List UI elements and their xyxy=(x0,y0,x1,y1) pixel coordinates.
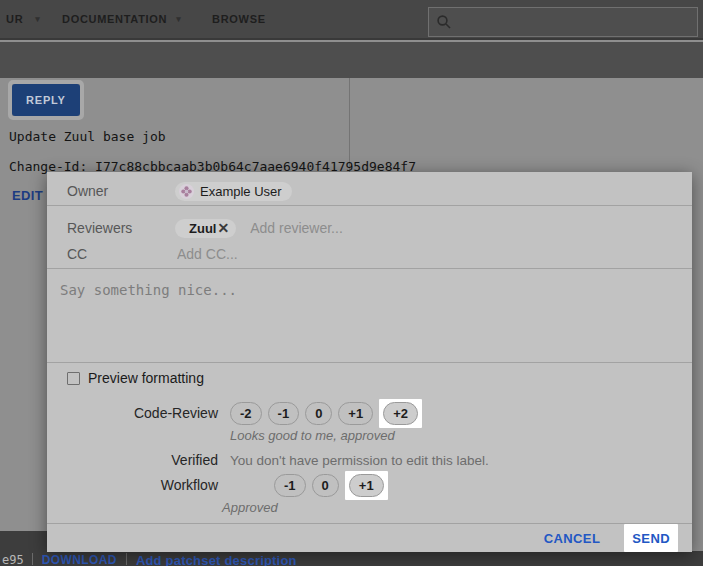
nav-item-label: UR xyxy=(6,13,23,25)
top-bar: UR ▾ DOCUMENTATION ▾ BROWSE xyxy=(0,0,703,40)
vote-button-minus1[interactable]: -1 xyxy=(268,402,300,425)
divider xyxy=(47,362,692,363)
send-highlight-box: SEND xyxy=(624,524,678,552)
verified-row: Verified You don't have permission to ed… xyxy=(67,450,676,470)
reply-dialog: Owner Example User Reviewers Zuul ✕ C xyxy=(47,172,692,552)
nav-item-browse[interactable]: BROWSE xyxy=(212,0,266,38)
download-link[interactable]: DOWNLOAD xyxy=(42,553,117,566)
search-icon xyxy=(436,14,452,30)
avatar xyxy=(179,184,194,199)
workflow-row: Workflow -1 0 +1 xyxy=(67,470,676,500)
dialog-actions: CANCEL SEND xyxy=(47,523,692,552)
code-review-label: Code-Review xyxy=(67,405,218,421)
nav-item-documentation[interactable]: DOCUMENTATION ▾ xyxy=(62,0,181,38)
reply-message-textarea[interactable] xyxy=(47,269,692,362)
vote-section: Code-Review -2 -1 0 +1 +2 Looks good to … xyxy=(67,398,676,518)
commit-message-title: Update Zuul base job xyxy=(9,129,166,144)
verified-label: Verified xyxy=(67,452,218,468)
edit-link[interactable]: EDIT xyxy=(12,188,43,203)
chevron-down-icon: ▾ xyxy=(35,14,40,24)
vote-button-zero[interactable]: 0 xyxy=(305,402,332,425)
remove-reviewer-icon[interactable]: ✕ xyxy=(217,221,229,235)
code-review-row: Code-Review -2 -1 0 +1 +2 xyxy=(67,398,676,428)
vote-highlight-box: +1 xyxy=(345,471,388,500)
nav-item-label: BROWSE xyxy=(212,13,266,25)
footer-separator xyxy=(32,553,33,565)
footer-separator xyxy=(126,553,127,565)
vote-button-zero[interactable]: 0 xyxy=(312,474,339,497)
add-reviewer-input[interactable] xyxy=(248,219,676,237)
chevron-down-icon: ▾ xyxy=(176,14,181,24)
reply-button[interactable]: REPLY xyxy=(12,84,80,116)
reviewers-label: Reviewers xyxy=(67,220,175,236)
nav-item-label: DOCUMENTATION xyxy=(62,13,167,25)
reply-button-focus-ring: REPLY xyxy=(8,80,84,120)
reviewers-row: Reviewers Zuul ✕ xyxy=(67,216,676,240)
vote-button-minus2[interactable]: -2 xyxy=(230,402,262,425)
workflow-description: Approved xyxy=(222,500,676,518)
reply-message-area xyxy=(47,269,692,362)
search-input[interactable] xyxy=(458,14,690,31)
add-cc-input[interactable] xyxy=(175,245,676,263)
reviewer-chip-label: Zuul xyxy=(189,221,216,236)
page-subheader xyxy=(0,42,703,78)
preview-formatting-checkbox[interactable] xyxy=(67,372,80,385)
column-divider xyxy=(349,78,350,172)
send-button[interactable]: SEND xyxy=(632,531,670,546)
code-review-description: Looks good to me, approved xyxy=(230,428,676,446)
owner-label: Owner xyxy=(67,183,175,199)
owner-row: Owner Example User xyxy=(67,178,676,204)
owner-chip[interactable]: Example User xyxy=(175,182,292,201)
vote-button-plus1[interactable]: +1 xyxy=(338,402,373,425)
owner-chip-label: Example User xyxy=(200,184,282,199)
reviewer-chip-zuul[interactable]: Zuul ✕ xyxy=(175,219,236,238)
footer-strip: e95 DOWNLOAD Add patchset description xyxy=(0,551,703,566)
preview-formatting-label: Preview formatting xyxy=(88,370,204,386)
cancel-button[interactable]: CANCEL xyxy=(544,531,601,546)
vote-button-minus1[interactable]: -1 xyxy=(274,474,306,497)
divider xyxy=(47,205,692,206)
vote-highlight-box: +2 xyxy=(379,399,422,428)
preview-formatting-row: Preview formatting xyxy=(67,370,204,386)
vote-button-plus1[interactable]: +1 xyxy=(349,474,384,497)
patchset-sha-fragment: e95 xyxy=(2,553,24,566)
nav-item-ur[interactable]: UR ▾ xyxy=(6,0,41,38)
cc-row: CC xyxy=(67,242,676,266)
workflow-label: Workflow xyxy=(67,477,218,493)
verified-permission-message: You don't have permission to edit this l… xyxy=(230,453,489,468)
cc-label: CC xyxy=(67,246,175,262)
add-patchset-description-link[interactable]: Add patchset description xyxy=(136,553,297,566)
search-box[interactable] xyxy=(428,7,698,37)
vote-button-plus2[interactable]: +2 xyxy=(383,402,418,425)
